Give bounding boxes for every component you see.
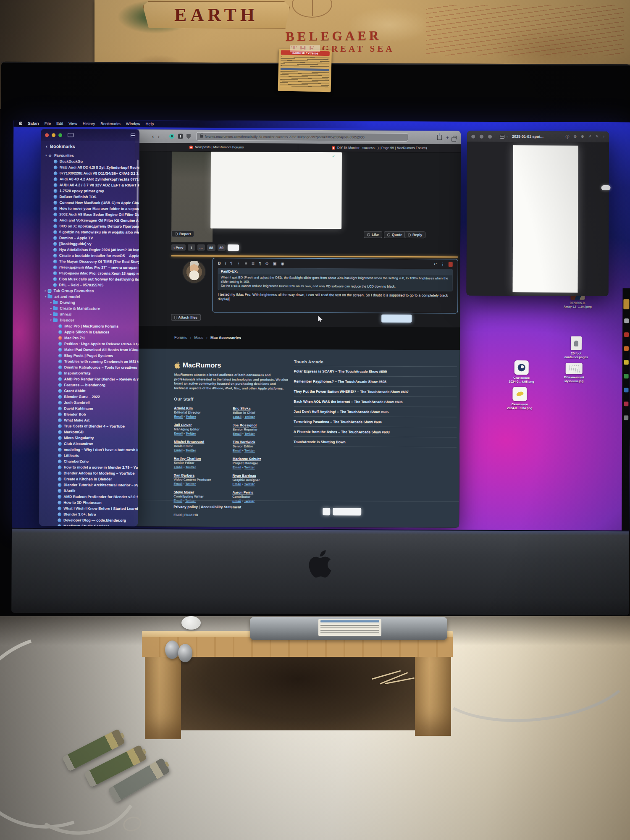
menu-item-view[interactable]: View bbox=[68, 121, 77, 126]
bookmark-item[interactable]: Dimitris Katsafouros – Tools for creativ… bbox=[40, 364, 139, 370]
preview-tool-icon-0[interactable]: ⓘ bbox=[565, 134, 569, 139]
bookmark-item[interactable]: ChamberZone bbox=[39, 458, 138, 465]
format-icon-8[interactable]: ▣ bbox=[273, 262, 276, 266]
bookmark-item[interactable]: Create a bootable installer for macOS – … bbox=[40, 252, 139, 259]
twitter-link[interactable]: Twitter bbox=[186, 465, 196, 469]
disclosure-chevron-icon[interactable]: ▸ bbox=[43, 289, 47, 292]
staff-name[interactable]: Hartley Charlton bbox=[174, 457, 233, 461]
scroll-top-button[interactable] bbox=[323, 508, 330, 515]
bookmark-item[interactable]: DuckDuckGo bbox=[41, 158, 139, 165]
staff-name[interactable]: Aaron Perris bbox=[232, 490, 291, 495]
toucharcade-item[interactable]: They Put the Power Button WHERE!? – The … bbox=[294, 386, 457, 397]
twitter-link[interactable]: Twitter bbox=[185, 482, 196, 486]
bookmarks-scrollbar[interactable] bbox=[136, 160, 139, 233]
preview-tool-icon-3[interactable]: ↗ bbox=[588, 134, 591, 139]
close-button[interactable] bbox=[45, 133, 49, 137]
bookmark-item[interactable]: Audi A8 4D 4.2 ANK Zylinderkopf rechts 0… bbox=[41, 176, 139, 182]
menu-item-help[interactable]: Help bbox=[146, 121, 154, 126]
back-chevron-icon[interactable]: ‹ bbox=[46, 143, 47, 149]
back-icon[interactable]: ‹ bbox=[152, 134, 154, 139]
bookmark-item[interactable]: 0771030228E Audi V8 D11/S4/S6+ C4/A6 D2 … bbox=[41, 170, 139, 176]
like-button[interactable]: Like bbox=[364, 231, 382, 238]
bookmark-item[interactable]: Macfixum Studio Services bbox=[39, 523, 138, 526]
bookmark-item[interactable]: MarkomGD bbox=[39, 429, 138, 435]
staff-name[interactable]: Juli Clover bbox=[174, 423, 233, 428]
minimize-button[interactable] bbox=[52, 133, 55, 137]
format-icon-4[interactable]: ≡ bbox=[245, 262, 247, 266]
bookmark-item[interactable]: InspirationTuts bbox=[40, 370, 139, 376]
email-link[interactable]: Email bbox=[232, 499, 241, 503]
accessibility-link[interactable]: Accessibility Statement bbox=[201, 505, 242, 509]
email-link[interactable]: Email bbox=[174, 449, 183, 452]
twitter-link[interactable]: Twitter bbox=[186, 449, 196, 452]
bookmark-item[interactable]: Create a Kitchen in Blender bbox=[39, 476, 138, 482]
edge-app-icon-4[interactable] bbox=[624, 374, 628, 378]
desktop-icon[interactable]: Обнаженныймужчина.jpg bbox=[559, 363, 589, 383]
bookmark-item[interactable]: Micro Singularity bbox=[39, 435, 138, 441]
toucharcade-item[interactable]: Back When AOL WAS the Internet – The Tou… bbox=[294, 396, 457, 407]
email-link[interactable]: Email bbox=[233, 415, 242, 419]
bookmark-item[interactable]: AMD Radeon ProRender for Blender v2.0 fo… bbox=[39, 494, 138, 500]
disclosure-chevron-icon[interactable]: ▾ bbox=[44, 154, 48, 157]
bookmark-item[interactable]: Nya Attefallshus Regler 2024 (40 kvm? 30… bbox=[40, 247, 139, 253]
address-bar[interactable]: forums.macrumors.com/threads/diy-5k-moni… bbox=[196, 132, 408, 142]
edge-app-icon-0[interactable] bbox=[624, 318, 629, 323]
format-icon-9[interactable]: ◉ bbox=[281, 262, 284, 266]
bookmark-item[interactable]: Littlearic bbox=[39, 452, 138, 459]
bookmark-item[interactable]: How to move your Mac user folder to a se… bbox=[40, 205, 139, 212]
content-blocker-icon[interactable] bbox=[186, 134, 191, 139]
toucharcade-item[interactable]: Just Don't Huff Anything! – The TouchArc… bbox=[294, 407, 457, 417]
toucharcade-item[interactable]: Terrorizing Pasadena – The TouchArcade S… bbox=[294, 417, 457, 428]
email-link[interactable]: Email bbox=[173, 482, 182, 486]
email-link[interactable]: Email bbox=[174, 465, 183, 469]
bookmark-item[interactable]: Club Alexandrov bbox=[39, 441, 138, 447]
footer-wide-button[interactable] bbox=[333, 508, 361, 515]
quote-button[interactable]: Quote bbox=[384, 231, 406, 238]
bookmark-item[interactable]: Developer Blog — code.blender.org bbox=[39, 517, 138, 523]
reply-editor[interactable]: BI¶⋮≡≣¶⊙▣◉ ↶⋮ PauID-UX: When I quit BD (… bbox=[212, 258, 458, 314]
bookmark-item[interactable]: iMac Pro | MacRumors Forums bbox=[40, 323, 139, 329]
bookmark-item[interactable]: AMD Pro Render For Blender – Review & Wa… bbox=[40, 376, 139, 382]
bookmark-item[interactable]: Blender Tutorial: Architectural Interior… bbox=[39, 482, 138, 488]
attach-files-button[interactable]: Attach files bbox=[171, 314, 201, 321]
email-link[interactable]: Email bbox=[233, 449, 242, 452]
menu-item-history[interactable]: History bbox=[83, 121, 95, 126]
staff-name[interactable]: Joe Rossignol bbox=[233, 423, 291, 428]
report-button[interactable]: Report bbox=[171, 231, 194, 237]
prev-page-button[interactable]: ‹ Prev bbox=[171, 244, 186, 251]
bookmark-item[interactable]: Blender Guru – 2022 bbox=[39, 394, 138, 400]
twitter-link[interactable]: Twitter bbox=[244, 432, 255, 436]
current-page-input[interactable] bbox=[228, 244, 239, 251]
bookmark-item[interactable]: Features — blender.org bbox=[40, 382, 139, 388]
tab-new-posts[interactable]: New posts | MacRumors Forums bbox=[135, 143, 298, 152]
toucharcade-item[interactable]: A Phoenix from the Ashes – The TouchArca… bbox=[294, 427, 457, 438]
edge-app-icon-3[interactable] bbox=[624, 360, 628, 365]
bookmark-item[interactable]: Blender Addons for Modeling – YouTube bbox=[39, 470, 138, 476]
page-button-88[interactable]: 88 bbox=[207, 244, 215, 251]
bookmark-item[interactable]: Mac Pro 7:1 bbox=[40, 335, 139, 341]
format-icon-5[interactable]: ≣ bbox=[251, 262, 255, 266]
post-reply-button[interactable] bbox=[381, 315, 412, 323]
menu-item-file[interactable]: File bbox=[45, 121, 51, 126]
bookmark-item[interactable]: True Costs of Blender 4 – YouTube bbox=[39, 423, 138, 429]
apple-menu-icon[interactable] bbox=[18, 121, 22, 126]
bookmark-item[interactable]: ▾Blender bbox=[40, 317, 139, 323]
sidebar-toggle-icon[interactable] bbox=[68, 133, 74, 137]
twitter-link[interactable]: Twitter bbox=[244, 482, 255, 486]
bookmark-item[interactable]: ▾art and model bbox=[40, 294, 139, 300]
staff-name[interactable]: Ryan Barrieau bbox=[233, 473, 291, 478]
bookmark-item[interactable]: DHL – Reid – 0570355705 bbox=[40, 282, 139, 288]
preview-tool-icon-4[interactable]: ✎ bbox=[596, 134, 599, 139]
desktop-icon[interactable]: Скачанное2024-0…0.04.png bbox=[505, 387, 534, 410]
breadcrumb-macs[interactable]: Macs bbox=[194, 336, 204, 340]
disclosure-chevron-icon[interactable]: ▸ bbox=[49, 307, 53, 310]
staff-name[interactable]: Dan Barbera bbox=[174, 473, 233, 478]
preview-tool-icon-5[interactable]: ↑ bbox=[603, 134, 605, 139]
bookmark-item[interactable]: How to model a screw in blender 2.79 – Y… bbox=[39, 464, 138, 470]
format-icon-1[interactable]: I bbox=[225, 261, 226, 265]
bookmark-item[interactable]: Blender Bob bbox=[39, 411, 138, 417]
twitter-link[interactable]: Twitter bbox=[244, 415, 255, 419]
email-link[interactable]: Email bbox=[174, 415, 183, 419]
bookmark-item[interactable]: Troubles with running Cinebench on MSI V… bbox=[40, 358, 139, 365]
menu-item-window[interactable]: Window bbox=[126, 121, 140, 126]
